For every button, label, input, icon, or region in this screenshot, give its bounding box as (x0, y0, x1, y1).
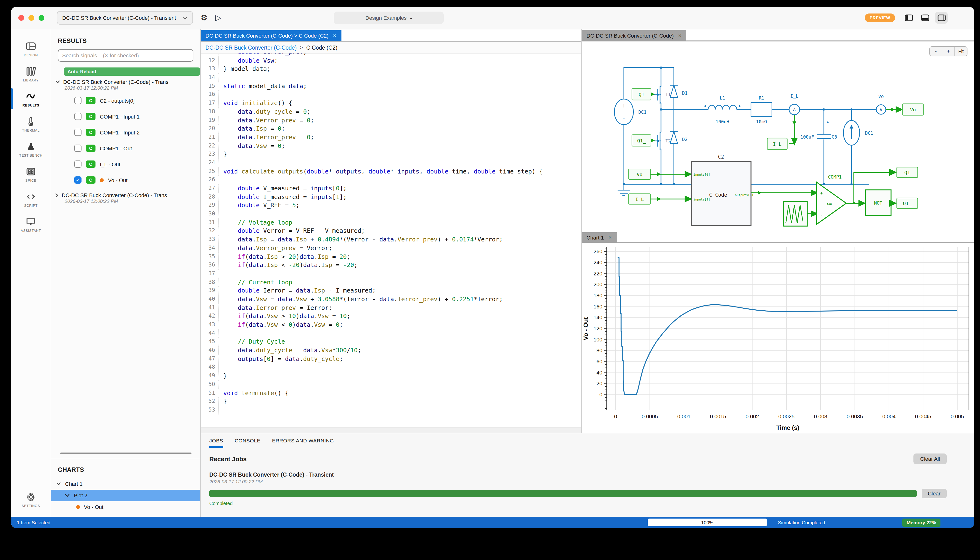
sidebar-item-assistant[interactable]: ASSISTANT (11, 212, 51, 237)
signal-checkbox[interactable]: ✓ (74, 177, 82, 183)
tab-jobs[interactable]: JOBS (209, 438, 223, 448)
tab-console[interactable]: CONSOLE (235, 438, 261, 448)
svg-text:0.0025: 0.0025 (778, 413, 794, 420)
c-code-badge: C (86, 160, 95, 168)
signal-row[interactable]: CCOMP1 - Input 2 (51, 124, 200, 140)
svg-text:-: - (623, 115, 625, 122)
clear-all-button[interactable]: Clear All (913, 453, 947, 464)
label-c3: C3 (832, 135, 837, 140)
code-line: 36 if(data.Isp < -20)data.Isp = -20; (201, 261, 581, 269)
chevron-down-icon (55, 80, 60, 84)
zoom-in-button[interactable]: + (942, 47, 955, 56)
editor-tab-active[interactable]: DC-DC SR Buck Converter (C-Code) > C Cod… (201, 30, 341, 41)
code-line: 37 (201, 269, 581, 278)
svg-text:Time (s): Time (s) (776, 424, 799, 431)
signal-checkbox[interactable] (74, 145, 82, 152)
signal-row[interactable]: CCOMP1 - Input 1 (51, 108, 200, 124)
svg-text:0: 0 (614, 413, 617, 420)
signal-checkbox[interactable] (74, 129, 82, 136)
sidebar-item-script[interactable]: SCRIPT (11, 187, 51, 212)
library-icon (25, 65, 37, 77)
tab-errors-and-warning[interactable]: ERRORS AND WARNING (272, 438, 334, 448)
series-color-dot (100, 178, 104, 182)
schematic-tab-active[interactable]: DC-DC SR Buck Converter (C-Code) ✕ (582, 30, 687, 40)
signal-checkbox[interactable] (74, 97, 82, 104)
job-progress-bar (209, 490, 916, 497)
code-line: 34 data.Verror_prev = Verror; (201, 244, 581, 252)
simulation-selector-dropdown[interactable]: DC-DC SR Buck Converter (C-Code) - Trans… (57, 11, 193, 25)
sidebar-item-spice[interactable]: SPICE (11, 162, 51, 187)
preview-badge: PREVIEW (865, 13, 895, 22)
signal-row[interactable]: CI_L - Out (51, 156, 200, 172)
progress-percent: 100% (648, 518, 767, 526)
svg-text:+: + (622, 102, 626, 109)
clear-job-button[interactable]: Clear (921, 489, 947, 498)
sidebar-item-test-bench[interactable]: TEST BENCH (11, 137, 51, 162)
signal-checkbox[interactable] (74, 160, 82, 168)
design-examples-pill[interactable]: Design Examples ● (334, 12, 444, 24)
zoom-window-button[interactable] (38, 15, 44, 21)
recent-jobs-heading: Recent Jobs (209, 455, 247, 462)
chart-tree-item[interactable]: Chart 1 (51, 478, 200, 490)
svg-text:140: 140 (594, 315, 602, 320)
signal-row[interactable]: CC2 - outputs[0] (51, 93, 200, 108)
close-window-button[interactable] (18, 15, 24, 21)
svg-text:180: 180 (594, 293, 602, 298)
plot-tree-item-selected[interactable]: Plot 2 (51, 490, 200, 501)
series-tree-item[interactable]: Vo - Out (51, 501, 200, 517)
panel-resize-handle[interactable] (60, 453, 191, 454)
toggle-right-panel-icon[interactable] (935, 12, 948, 23)
job-timestamp: 2026-03-17 12:00:22 PM (209, 479, 947, 484)
flask-icon (25, 141, 37, 152)
gate-tag-q1b: Q1_ (637, 138, 646, 143)
simulation-status: Simulation Completed (778, 520, 825, 525)
input-tag-vo: Vo (637, 172, 642, 177)
thermometer-icon (25, 116, 37, 127)
svg-text:0.0045: 0.0045 (915, 413, 931, 420)
series-color-dot (76, 505, 80, 509)
code-area[interactable]: 11 double Ierror_prev;12 double Vsw;13} … (201, 53, 581, 433)
code-line: 13} model_data; (201, 65, 581, 73)
run-simulation-icon[interactable]: ▷ (215, 14, 221, 22)
gear-icon[interactable]: ⚙ (201, 14, 207, 22)
schematic-canvas[interactable]: - + Fit + - (582, 42, 974, 231)
signal-row[interactable]: CCOMP1 - Out (51, 140, 200, 156)
svg-text:40: 40 (597, 370, 602, 376)
sidebar-item-settings[interactable]: SETTINGS (11, 487, 51, 512)
results-run-1[interactable]: DC-DC SR Buck Converter (C-Code) - Trans (51, 78, 200, 85)
signal-checkbox[interactable] (74, 113, 82, 120)
results-run-2-timestamp: 2026-03-17 12:00:22 PM (51, 198, 200, 206)
chart-tab-active[interactable]: Chart 1 ✕ (582, 232, 617, 242)
zoom-fit-button[interactable]: Fit (955, 47, 967, 56)
code-line: 28 double I_measured = inputs[1]; (201, 193, 581, 201)
design-examples-label: Design Examples (365, 15, 406, 21)
breadcrumb-root-link[interactable]: DC-DC SR Buck Converter (C-Code) (206, 45, 297, 50)
signal-row[interactable]: ✓CVo - Out (51, 172, 200, 188)
minimize-window-button[interactable] (28, 15, 34, 21)
c-code-badge: C (86, 177, 95, 183)
search-signals-input[interactable] (58, 49, 193, 62)
close-icon[interactable]: ✕ (333, 33, 336, 38)
horizontal-scrollbar[interactable] (201, 427, 581, 433)
close-icon[interactable]: ✕ (608, 235, 612, 240)
port-inputs1: inputs[1] (693, 198, 710, 201)
signal-label: I_L - Out (100, 161, 120, 167)
sidebar-item-library[interactable]: LIBRARY (11, 61, 51, 86)
code-line: 50 (201, 380, 581, 389)
code-line: 53 (201, 406, 581, 414)
sidebar-item-design[interactable]: DESIGN (11, 36, 51, 61)
zoom-out-button[interactable]: - (930, 47, 942, 56)
svg-text:0.002: 0.002 (746, 413, 759, 420)
toggle-left-panel-icon[interactable] (902, 12, 915, 23)
toggle-bottom-panel-icon[interactable] (919, 12, 931, 23)
results-run-2[interactable]: DC-DC SR Buck Converter (C-Code) - Trans (51, 191, 200, 198)
code-line: 32 double Verror = V_REF - V_measured; (201, 227, 581, 235)
sidebar-item-results[interactable]: RESULTS (11, 86, 51, 111)
close-icon[interactable]: ✕ (678, 33, 682, 38)
settings-gear-icon (25, 491, 37, 503)
vo-out-chart[interactable]: 02040608010012014016018020022024026000.0… (582, 243, 974, 432)
code-line: 17void initialize() { (201, 99, 581, 107)
sidebar-item-thermal[interactable]: THERMAL (11, 111, 51, 137)
status-bar: 1 Item Selected 100% Simulation Complete… (11, 517, 974, 528)
c-code-badge: C (86, 129, 95, 136)
